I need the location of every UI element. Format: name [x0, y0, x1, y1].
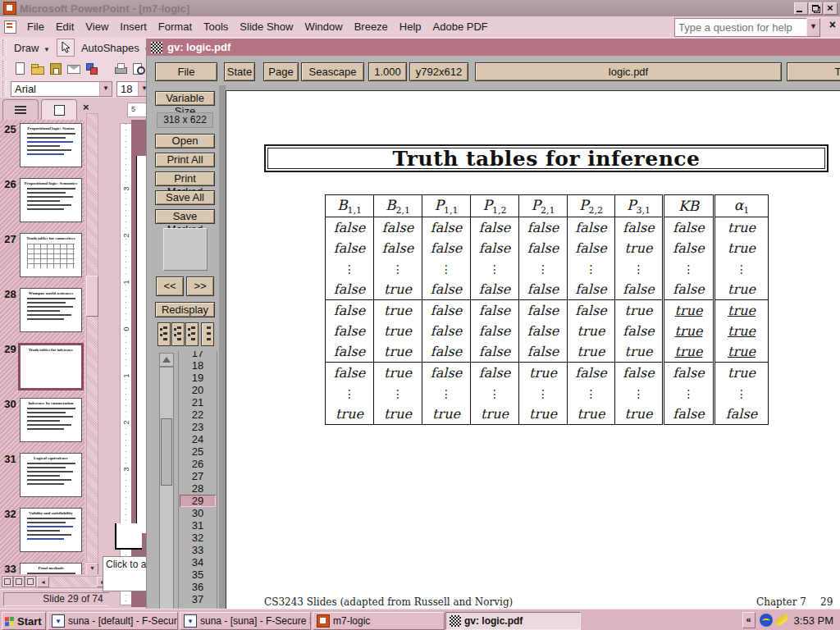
menu-help[interactable]: Help — [394, 18, 427, 35]
page-number-28[interactable]: 28 — [180, 482, 216, 495]
menu-format[interactable]: Format — [153, 18, 198, 35]
mail-icon[interactable] — [66, 62, 82, 76]
print-icon[interactable] — [112, 62, 129, 76]
task-suna-suna-f-secure-s-[interactable]: ▼suna - [suna] - F-Secure S... — [180, 612, 311, 630]
toolbar-grip[interactable] — [2, 61, 7, 78]
menu-insert[interactable]: Insert — [114, 18, 153, 35]
gv-toolbar-page[interactable]: Page — [263, 62, 299, 81]
close-button[interactable] — [824, 2, 838, 15]
tab-slides[interactable] — [41, 99, 77, 120]
select-pointer-button[interactable] — [57, 39, 75, 57]
page-number-36[interactable]: 36 — [180, 581, 216, 593]
mark-pages-button-2[interactable] — [171, 322, 185, 346]
gv-toolbar-1-000[interactable]: 1.000 — [368, 62, 407, 81]
menu-view[interactable]: View — [80, 18, 114, 35]
panel-scrollbar[interactable]: ▲ ▼ — [86, 102, 97, 574]
page-number-32[interactable]: 32 — [180, 532, 216, 544]
variable-size-button[interactable]: Variable Size — [155, 91, 215, 106]
slide-thumbnail-box[interactable]: Propositional logic: Semantics — [20, 178, 82, 222]
page-number-23[interactable]: 23 — [180, 421, 216, 433]
gv-titlebar[interactable]: gv: logic.pdf — [147, 39, 840, 56]
page-number-37[interactable]: 37 — [180, 593, 216, 605]
gv-toolbar-tue-d[interactable]: Tue D — [787, 62, 840, 81]
page-number-27[interactable]: 27 — [180, 470, 216, 482]
horizontal-scrollbar[interactable]: ◄ ► — [36, 576, 109, 588]
tray-app-icon[interactable] — [760, 614, 773, 627]
minimize-button[interactable] — [794, 2, 808, 15]
tray-chevron-button[interactable]: « — [742, 612, 756, 628]
slideshow-view-button[interactable] — [25, 576, 36, 587]
slide-thumbnail-box[interactable]: Propositional logic: Syntax — [20, 123, 82, 167]
slide-thumbnail-29[interactable]: 29Truth tables for inference — [0, 343, 84, 389]
page-number-20[interactable]: 20 — [180, 384, 216, 396]
draw-menu-button[interactable]: Draw ▼ — [11, 40, 53, 56]
page-number-21[interactable]: 21 — [180, 396, 216, 409]
mark-pages-button-4[interactable] — [201, 322, 214, 346]
gv-toolbar-file[interactable]: File — [155, 62, 217, 81]
slide-thumbnail-box[interactable]: Inference by enumeration — [20, 398, 82, 442]
gv-toolbar-y792x612[interactable]: y792x612 — [409, 62, 468, 81]
previous-page-button[interactable]: << — [156, 276, 184, 296]
page-number-22[interactable]: 22 — [180, 409, 216, 421]
gv-toolbar-seascape[interactable]: Seascape — [301, 62, 364, 81]
open-folder-icon[interactable] — [30, 62, 46, 76]
slide-thumbnail-33[interactable]: 33Proof methods — [0, 563, 84, 574]
slide-thumbnail-30[interactable]: 30Inference by enumeration — [0, 398, 84, 444]
save-all-button[interactable]: Save All — [155, 190, 215, 205]
page-number-35[interactable]: 35 — [180, 568, 216, 581]
mark-pages-button-1[interactable] — [158, 322, 171, 346]
toolbar-grip[interactable] — [2, 39, 7, 57]
slide-sorter-view-button[interactable] — [13, 576, 25, 587]
page-number-29[interactable]: 29 — [180, 495, 216, 507]
save-marked-button[interactable]: Save Marked — [155, 209, 215, 224]
menu-file[interactable]: File — [21, 18, 50, 35]
slide-thumbnail-32[interactable]: 32Validity and satisfiability — [0, 508, 84, 554]
slide-thumbnail-box[interactable]: Truth tables for connectives — [20, 233, 82, 277]
help-search-input[interactable] — [674, 18, 807, 37]
print-marked-button[interactable]: Print Marked — [155, 171, 215, 186]
page-number-33[interactable]: 33 — [180, 544, 216, 556]
normal-view-button[interactable] — [2, 576, 13, 587]
menu-slide-show[interactable]: Slide Show — [234, 18, 299, 35]
slide-thumbnail-box[interactable]: Logical equivalence — [20, 453, 82, 497]
document-icon[interactable] — [4, 21, 16, 34]
page-number-25[interactable]: 25 — [180, 445, 216, 458]
page-number-26[interactable]: 26 — [180, 458, 216, 470]
slide-thumbnail-25[interactable]: 25Propositional logic: Syntax — [0, 123, 84, 169]
toolbar-grip[interactable] — [2, 81, 7, 96]
slide-thumbnail-box[interactable]: Validity and satisfiability — [20, 508, 82, 552]
slide-thumbnail-31[interactable]: 31Logical equivalence — [0, 453, 84, 499]
slide-thumbnail-box[interactable]: Truth tables for inference — [18, 343, 84, 390]
page-number-18[interactable]: 18 — [180, 359, 216, 372]
page-number-34[interactable]: 34 — [180, 556, 216, 568]
page-number-24[interactable]: 24 — [180, 433, 216, 445]
print-preview-icon[interactable] — [130, 62, 147, 76]
help-dropdown-icon[interactable]: ▼ — [806, 18, 820, 37]
menu-tools[interactable]: Tools — [198, 18, 234, 35]
slide-thumbnail-box[interactable]: Proof methods — [20, 563, 82, 574]
next-page-button[interactable]: >> — [186, 276, 214, 296]
print-all-button[interactable]: Print All — [155, 153, 215, 167]
slide-thumbnail-box[interactable]: Wumpus world sentences — [20, 288, 82, 332]
scroll-left-icon[interactable]: ◄ — [37, 577, 49, 587]
gv-toolbar-state[interactable]: State — [224, 62, 255, 81]
font-name-combo[interactable]: Arial▼ — [11, 81, 112, 97]
mark-pages-button-3[interactable] — [185, 322, 199, 346]
start-button[interactable]: Start — [2, 612, 46, 630]
find-replace-icon[interactable] — [84, 62, 100, 76]
menu-breeze[interactable]: Breeze — [349, 18, 394, 35]
page-number-17[interactable]: 17 — [180, 351, 216, 359]
menu-edit[interactable]: Edit — [50, 18, 80, 35]
scrollbar-thumb[interactable] — [86, 276, 98, 317]
scrollbar-track[interactable] — [86, 113, 98, 563]
new-document-icon[interactable] — [11, 62, 28, 76]
restore-button[interactable] — [809, 2, 823, 15]
open-button[interactable]: Open — [155, 134, 215, 148]
pagelist-scroll-up[interactable] — [159, 353, 174, 367]
page-number-31[interactable]: 31 — [180, 519, 216, 532]
slide-thumbnail-27[interactable]: 27Truth tables for connectives — [0, 233, 84, 279]
gv-toolbar-logic-pdf[interactable]: logic.pdf — [475, 62, 782, 81]
page-number-19[interactable]: 19 — [180, 372, 216, 384]
slide-thumbnail-26[interactable]: 26Propositional logic: Semantics — [0, 178, 84, 224]
menubar-close-icon[interactable]: × — [829, 18, 836, 31]
